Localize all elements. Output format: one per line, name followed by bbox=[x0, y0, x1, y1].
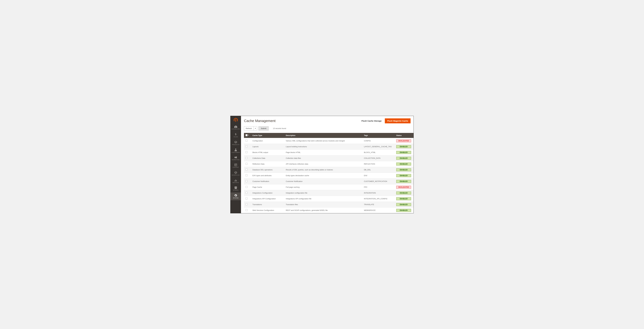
status-badge: ENABLED bbox=[396, 145, 411, 148]
sidebar-item-reports[interactable]: REPORTS bbox=[230, 177, 241, 185]
sidebar-item-sales[interactable]: $SALES bbox=[230, 131, 241, 139]
col-header-status[interactable]: Status bbox=[395, 133, 414, 138]
status-badge: ENABLED bbox=[396, 157, 411, 160]
person-icon bbox=[235, 149, 237, 151]
col-header-select[interactable]: ▼ bbox=[244, 133, 251, 138]
status-badge: ENABLED bbox=[396, 209, 411, 212]
sidebar-item-label: CUSTOMERS bbox=[232, 152, 240, 153]
status-badge: INVALIDATED bbox=[396, 139, 411, 142]
status-badge: INVALIDATED bbox=[396, 186, 411, 189]
table-row[interactable]: Integrations API ConfigurationIntegratio… bbox=[244, 196, 414, 202]
cell-tags: BLOCK_HTML bbox=[362, 149, 395, 155]
status-badge: ENABLED bbox=[396, 197, 411, 200]
flush-cache-storage-button[interactable]: Flush Cache Storage bbox=[362, 120, 382, 122]
table-row[interactable]: EAV types and attributesEntity types dec… bbox=[244, 173, 414, 178]
cell-tags: WEBSERVICE bbox=[362, 207, 395, 213]
sidebar-item-stores[interactable]: STORES bbox=[230, 185, 241, 192]
package-icon bbox=[234, 171, 237, 174]
cell-tags: REFLECTION bbox=[362, 161, 395, 167]
cell-description: Integrations API configuration file bbox=[284, 196, 362, 202]
cell-description: Page blocks HTML bbox=[284, 149, 362, 155]
table-row[interactable]: Integrations ConfigurationIntegration co… bbox=[244, 190, 414, 196]
col-header-description[interactable]: Description bbox=[284, 133, 362, 138]
dollar-icon: $ bbox=[235, 133, 237, 136]
row-checkbox[interactable] bbox=[246, 169, 248, 170]
cell-description: API interfaces reflection data bbox=[284, 161, 362, 167]
sidebar-item-customers[interactable]: CUSTOMERS bbox=[230, 147, 241, 155]
select-all-checkbox[interactable] bbox=[246, 134, 248, 136]
sidebar-item-label: SALES bbox=[234, 136, 238, 137]
cell-description: Results of DDL queries, such as describi… bbox=[284, 167, 362, 173]
table-row[interactable]: Reflection DataAPI interfaces reflection… bbox=[244, 161, 414, 167]
sidebar-item-label: DASHBOARD bbox=[232, 128, 240, 130]
status-badge: ENABLED bbox=[396, 203, 411, 206]
status-badge: ENABLED bbox=[396, 151, 411, 154]
mass-action-label: Refresh bbox=[244, 126, 254, 130]
mass-action-select[interactable]: Refresh ▼ bbox=[244, 126, 257, 130]
cell-description: Entity types declaration cache bbox=[284, 173, 362, 178]
sidebar-item-products[interactable]: PRODUCTS bbox=[230, 139, 241, 147]
table-row[interactable]: LayoutsLayout building instructionsLAYOU… bbox=[244, 144, 414, 149]
megaphone-icon bbox=[234, 156, 237, 159]
submit-button[interactable]: Submit bbox=[258, 126, 268, 130]
sidebar-item-label: SYSTEM bbox=[233, 197, 238, 199]
cell-cache-type: Configuration bbox=[251, 138, 284, 144]
row-checkbox[interactable] bbox=[246, 180, 248, 182]
svg-text:$: $ bbox=[235, 133, 236, 136]
table-row[interactable]: Collections DataCollection data filesCOL… bbox=[244, 155, 414, 161]
row-checkbox[interactable] bbox=[246, 157, 248, 159]
main-content: Cache Management Flush Cache Storage Flu… bbox=[241, 116, 414, 213]
cell-cache-type: Layouts bbox=[251, 144, 284, 149]
layout-icon bbox=[234, 164, 237, 166]
row-checkbox[interactable] bbox=[246, 186, 248, 188]
cell-cache-type: Reflection Data bbox=[251, 161, 284, 167]
cell-tags: INTEGRATION_API_CONFIG bbox=[362, 196, 395, 202]
col-header-type[interactable]: Cache Type bbox=[251, 133, 284, 138]
sidebar-item-dashboard[interactable]: DASHBOARD bbox=[230, 124, 241, 131]
row-checkbox[interactable] bbox=[246, 192, 248, 194]
status-badge: ENABLED bbox=[396, 192, 411, 194]
cell-tags: FPC bbox=[362, 184, 395, 190]
table-row[interactable]: Page CacheFull page cachingFPCINVALIDATE… bbox=[244, 184, 414, 190]
cell-description: Customer Notification bbox=[284, 178, 362, 184]
row-checkbox[interactable] bbox=[246, 163, 248, 165]
cell-tags: COLLECTION_DATA bbox=[362, 155, 395, 161]
cell-description: REST and SOAP configurations, generated … bbox=[284, 207, 362, 213]
sidebar-item-mageplaza[interactable]: MAGEPLAZA bbox=[230, 170, 241, 177]
cell-cache-type: Web Services Configuration bbox=[251, 207, 284, 213]
magento-logo[interactable] bbox=[230, 116, 241, 124]
row-checkbox[interactable] bbox=[246, 145, 248, 147]
row-checkbox[interactable] bbox=[246, 198, 248, 199]
admin-sidebar: DASHBOARD$SALESPRODUCTSCUSTOMERSMARKETIN… bbox=[230, 116, 241, 213]
cell-cache-type: Customer Notification bbox=[251, 178, 284, 184]
cell-description: Full page caching bbox=[284, 184, 362, 190]
sidebar-item-content[interactable]: CONTENT bbox=[230, 162, 241, 170]
row-checkbox[interactable] bbox=[246, 209, 248, 211]
cell-tags: INTEGRATION bbox=[362, 190, 395, 196]
row-checkbox[interactable] bbox=[246, 140, 248, 142]
table-row[interactable]: TranslationsTranslation filesTRANSLATEEN… bbox=[244, 202, 414, 207]
cache-grid: ▼ Cache Type Description Tags Status Con… bbox=[244, 133, 414, 213]
cell-cache-type: Integrations Configuration bbox=[251, 190, 284, 196]
cell-tags: LAYOUT_GENERAL_CACHE_TAG bbox=[362, 144, 395, 149]
chevron-down-icon: ▼ bbox=[254, 126, 257, 130]
row-checkbox[interactable] bbox=[246, 151, 248, 153]
sidebar-item-label: CONTENT bbox=[233, 167, 239, 168]
table-row[interactable]: Customer NotificationCustomer Notificati… bbox=[244, 178, 414, 184]
table-row[interactable]: Web Services ConfigurationREST and SOAP … bbox=[244, 207, 414, 213]
cell-tags: CUSTOMER_NOTIFICATION bbox=[362, 178, 395, 184]
sidebar-item-marketing[interactable]: MARKETING bbox=[230, 155, 241, 162]
col-header-tags[interactable]: Tags bbox=[362, 133, 395, 138]
grid-toolbar: Refresh ▼ Submit 13 records found bbox=[241, 125, 414, 133]
cell-cache-type: Collections Data bbox=[251, 155, 284, 161]
sidebar-item-system[interactable]: SYSTEM bbox=[230, 192, 241, 200]
cell-tags: TRANSLATE bbox=[362, 202, 395, 207]
cell-tags: CONFIG bbox=[362, 138, 395, 144]
table-row[interactable]: Database DDL operationsResults of DDL qu… bbox=[244, 167, 414, 173]
table-row[interactable]: Blocks HTML outputPage blocks HTMLBLOCK_… bbox=[244, 149, 414, 155]
flush-magento-cache-button[interactable]: Flush Magento Cache bbox=[385, 118, 410, 123]
row-checkbox[interactable] bbox=[246, 203, 248, 205]
table-row[interactable]: ConfigurationVarious XML configurations … bbox=[244, 138, 414, 144]
row-checkbox[interactable] bbox=[246, 174, 248, 176]
dashboard-icon bbox=[234, 126, 237, 128]
